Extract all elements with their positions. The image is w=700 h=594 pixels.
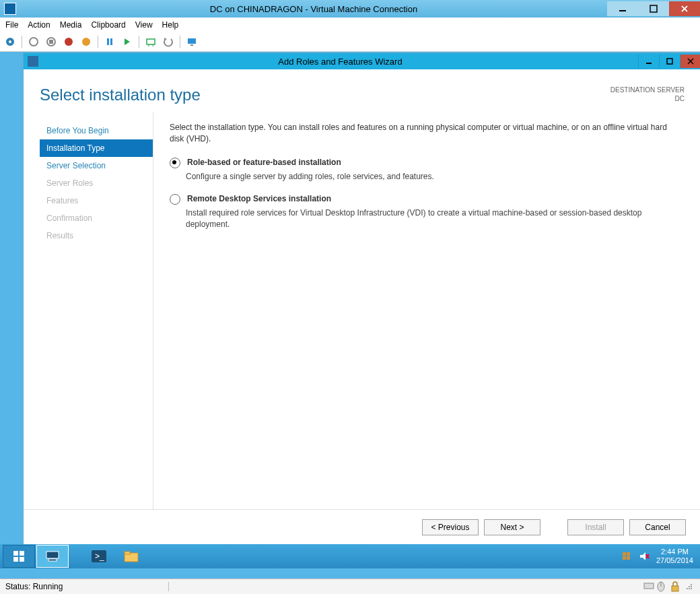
task-server-manager[interactable] bbox=[36, 545, 69, 568]
stop-icon[interactable] bbox=[44, 34, 59, 49]
app-icon bbox=[4, 3, 16, 15]
svg-point-43 bbox=[691, 584, 692, 585]
svg-rect-32 bbox=[623, 552, 626, 556]
wizard-icon bbox=[28, 56, 38, 67]
svg-rect-33 bbox=[627, 552, 630, 556]
svg-rect-31 bbox=[125, 552, 130, 554]
option-remote-desktop[interactable]: Remote Desktop Services installation bbox=[170, 193, 682, 205]
resize-grip-icon[interactable] bbox=[684, 581, 695, 592]
snapshot-icon[interactable] bbox=[143, 34, 158, 49]
svg-rect-23 bbox=[20, 551, 24, 556]
titlebar: DC on CHINADRAGON - Virtual Machine Conn… bbox=[0, 0, 700, 18]
toolbar-separator bbox=[180, 36, 180, 48]
flag-icon[interactable] bbox=[621, 551, 632, 562]
radio-icon[interactable] bbox=[170, 158, 180, 168]
wizard-titlebar-buttons bbox=[638, 55, 700, 68]
ctrl-alt-del-icon[interactable] bbox=[3, 34, 18, 49]
wizard-close-button[interactable] bbox=[680, 55, 700, 68]
menu-media[interactable]: Media bbox=[60, 20, 82, 30]
svg-rect-26 bbox=[46, 552, 59, 558]
shutdown-icon[interactable] bbox=[61, 34, 76, 49]
taskbar-clock[interactable]: 2:44 PM 27/05/2014 bbox=[656, 548, 693, 565]
nav-results: Results bbox=[40, 227, 153, 244]
wizard-main: Before You Begin Installation Type Serve… bbox=[24, 112, 700, 509]
destination-value: DC bbox=[610, 94, 685, 103]
task-explorer[interactable] bbox=[116, 546, 147, 567]
svg-point-46 bbox=[687, 588, 688, 589]
next-button[interactable]: Next > bbox=[484, 519, 540, 535]
system-tray: 2:44 PM 27/05/2014 bbox=[621, 548, 697, 565]
powershell-icon: >_ bbox=[91, 550, 107, 563]
wizard-minimize-button[interactable] bbox=[638, 55, 659, 68]
screen-icon[interactable] bbox=[184, 34, 199, 49]
svg-marker-36 bbox=[640, 552, 645, 560]
statusbar: Status: Running bbox=[0, 579, 700, 594]
svg-rect-39 bbox=[644, 583, 654, 589]
nav-server-roles: Server Roles bbox=[40, 174, 153, 192]
option-title: Role-based or feature-based installation bbox=[187, 157, 341, 168]
toolbar-separator bbox=[98, 36, 98, 48]
wizard-header: Select installation type DESTINATION SER… bbox=[24, 69, 700, 112]
guest-taskbar: >_ 2:44 PM 27/05/2014 bbox=[0, 544, 700, 568]
wizard-maximize-button[interactable] bbox=[659, 55, 680, 68]
destination-block: DESTINATION SERVER DC bbox=[610, 86, 685, 103]
maximize-button[interactable] bbox=[638, 1, 669, 16]
svg-rect-24 bbox=[13, 557, 18, 562]
svg-point-48 bbox=[691, 588, 692, 589]
wizard-window: Add Roles and Features Wizard Select ins… bbox=[23, 53, 700, 546]
disk-icon bbox=[643, 581, 654, 592]
svg-point-10 bbox=[82, 38, 90, 46]
radio-icon[interactable] bbox=[170, 194, 180, 205]
nav-before-you-begin[interactable]: Before You Begin bbox=[40, 122, 153, 139]
svg-point-44 bbox=[689, 586, 690, 587]
window-title: DC on CHINADRAGON - Virtual Machine Conn… bbox=[20, 4, 607, 14]
task-powershell[interactable]: >_ bbox=[83, 546, 114, 567]
minimize-button[interactable] bbox=[607, 1, 638, 16]
close-button[interactable] bbox=[669, 1, 700, 16]
toolbar bbox=[0, 32, 700, 52]
start-button[interactable] bbox=[3, 545, 35, 568]
option-title: Remote Desktop Services installation bbox=[187, 193, 331, 205]
option-role-based[interactable]: Role-based or feature-based installation bbox=[170, 157, 682, 168]
menu-file[interactable]: File bbox=[5, 20, 18, 30]
svg-rect-14 bbox=[147, 39, 155, 44]
cancel-button[interactable]: Cancel bbox=[629, 519, 686, 535]
svg-rect-19 bbox=[667, 59, 672, 64]
svg-rect-16 bbox=[188, 38, 196, 44]
status-icons bbox=[643, 581, 695, 592]
nav-server-selection[interactable]: Server Selection bbox=[40, 157, 153, 174]
menubar: File Action Media Clipboard View Help bbox=[0, 18, 700, 32]
svg-rect-12 bbox=[110, 38, 112, 45]
menu-clipboard[interactable]: Clipboard bbox=[91, 20, 125, 30]
menu-action[interactable]: Action bbox=[28, 20, 50, 30]
svg-rect-25 bbox=[20, 557, 24, 562]
reset-icon[interactable] bbox=[120, 34, 135, 49]
svg-rect-22 bbox=[13, 551, 18, 556]
revert-icon[interactable] bbox=[161, 34, 176, 49]
svg-point-45 bbox=[691, 586, 692, 587]
svg-rect-0 bbox=[619, 10, 626, 11]
nav-installation-type[interactable]: Installation Type bbox=[40, 139, 153, 157]
svg-marker-13 bbox=[125, 38, 130, 45]
menu-view[interactable]: View bbox=[135, 20, 153, 30]
pause-icon[interactable] bbox=[102, 34, 117, 49]
lock-icon bbox=[670, 581, 681, 592]
clock-date: 27/05/2014 bbox=[656, 556, 693, 565]
wizard-title: Add Roles and Features Wizard bbox=[42, 57, 638, 67]
volume-mute-icon[interactable] bbox=[639, 551, 650, 562]
svg-rect-35 bbox=[627, 556, 630, 560]
wizard-content: Select the installation type. You can in… bbox=[153, 112, 700, 509]
start-icon[interactable] bbox=[26, 34, 41, 49]
status-separator bbox=[168, 582, 169, 591]
intro-text: Select the installation type. You can in… bbox=[170, 122, 682, 145]
mouse-icon bbox=[657, 581, 668, 592]
destination-label: DESTINATION SERVER bbox=[610, 86, 685, 94]
save-icon[interactable] bbox=[79, 34, 94, 49]
svg-rect-42 bbox=[672, 586, 678, 591]
svg-rect-11 bbox=[107, 38, 109, 45]
option-desc: Install required role services for Virtu… bbox=[186, 207, 682, 230]
status-text: Status: Running bbox=[5, 582, 162, 591]
menu-help[interactable]: Help bbox=[162, 20, 179, 30]
previous-button[interactable]: < Previous bbox=[422, 519, 479, 535]
install-button: Install bbox=[567, 519, 624, 535]
